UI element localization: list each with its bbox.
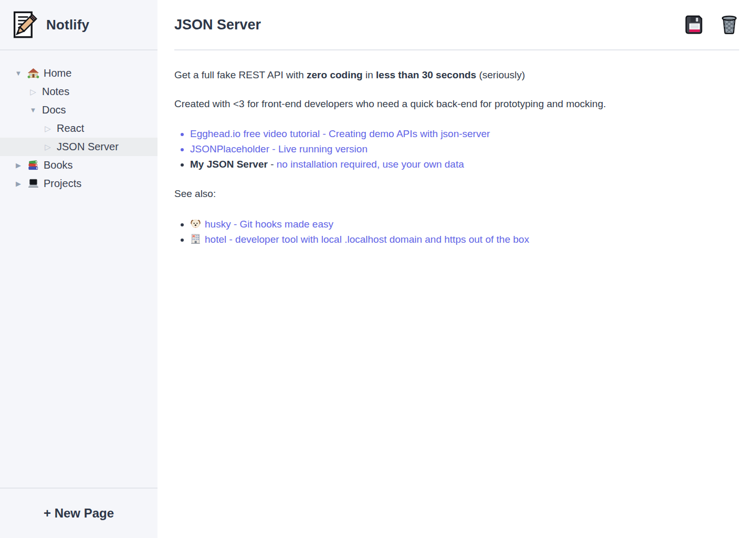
expand-arrow-icon[interactable]: ▷ bbox=[42, 125, 54, 132]
sidebar-item-label: Projects bbox=[44, 178, 81, 190]
sidebar: Notlify ▼ Home ▷ Notes ▼ bbox=[0, 0, 158, 538]
sidebar-item-label: Home bbox=[44, 67, 71, 79]
jsonplaceholder-link[interactable]: JSONPlaceholder - Live running version bbox=[190, 143, 368, 154]
list-item: hotel - developer tool with local .local… bbox=[190, 232, 739, 247]
sidebar-item-label: Notes bbox=[42, 86, 69, 98]
my-json-server-link[interactable]: no installation required, use your own d… bbox=[277, 159, 464, 170]
see-also-list: husky - Git hooks made easy bbox=[174, 216, 739, 247]
list-item: Egghead.io free video tutorial - Creatin… bbox=[190, 126, 739, 141]
floppy-disk-icon bbox=[685, 15, 705, 35]
main-panel: JSON Server bbox=[158, 0, 756, 538]
page-content: Get a full fake REST API with zero codin… bbox=[174, 68, 739, 247]
sidebar-item-label: Docs bbox=[42, 104, 66, 116]
header-actions bbox=[685, 15, 739, 35]
dog-icon bbox=[190, 218, 201, 229]
sidebar-item-react[interactable]: ▷ React bbox=[0, 119, 158, 138]
expand-arrow-icon[interactable]: ▷ bbox=[27, 88, 39, 96]
expand-arrow-icon[interactable]: ▷ bbox=[42, 143, 54, 151]
new-page-button[interactable]: + New Page bbox=[0, 488, 158, 538]
page-title: JSON Server bbox=[174, 17, 261, 33]
expand-arrow-icon[interactable]: ▶ bbox=[13, 162, 24, 169]
sidebar-item-projects[interactable]: ▶ Projects bbox=[0, 174, 158, 193]
sidebar-item-home[interactable]: ▼ Home bbox=[0, 64, 158, 82]
expand-arrow-icon[interactable]: ▼ bbox=[13, 70, 24, 77]
wastebasket-icon bbox=[719, 15, 739, 35]
sidebar-item-notes[interactable]: ▷ Notes bbox=[0, 82, 158, 101]
page-tree: ▼ Home ▷ Notes ▼ Docs bbox=[0, 50, 158, 488]
paragraph-intro: Get a full fake REST API with zero codin… bbox=[174, 68, 739, 82]
sidebar-item-label: React bbox=[57, 122, 84, 134]
delete-button[interactable] bbox=[719, 15, 739, 35]
sidebar-item-label: JSON Server bbox=[57, 141, 119, 153]
paragraph-created-with: Created with <3 for front-end developers… bbox=[174, 97, 739, 111]
app-logo-row: Notlify bbox=[0, 0, 158, 50]
laptop-icon bbox=[27, 178, 39, 190]
expand-arrow-icon[interactable]: ▶ bbox=[13, 180, 24, 187]
hotel-link[interactable]: hotel - developer tool with local .local… bbox=[205, 234, 529, 245]
books-icon bbox=[27, 159, 39, 171]
memo-icon bbox=[12, 11, 40, 39]
husky-link[interactable]: husky - Git hooks made easy bbox=[205, 219, 333, 230]
list-item: JSONPlaceholder - Live running version bbox=[190, 141, 739, 157]
save-button[interactable] bbox=[685, 15, 705, 35]
house-icon bbox=[27, 67, 39, 79]
sidebar-item-books[interactable]: ▶ Books bbox=[0, 156, 158, 174]
expand-arrow-icon[interactable]: ▼ bbox=[27, 107, 39, 113]
sidebar-item-docs[interactable]: ▼ Docs bbox=[0, 101, 158, 119]
page-header: JSON Server bbox=[174, 0, 739, 50]
list-item: husky - Git hooks made easy bbox=[190, 216, 739, 232]
hotel-icon bbox=[190, 233, 201, 244]
egghead-tutorial-link[interactable]: Egghead.io free video tutorial - Creatin… bbox=[190, 128, 490, 139]
sidebar-item-label: Books bbox=[44, 159, 73, 171]
resource-list: Egghead.io free video tutorial - Creatin… bbox=[174, 126, 739, 172]
list-item: My JSON Server - no installation require… bbox=[190, 157, 739, 172]
see-also-heading: See also: bbox=[174, 187, 739, 201]
app-title: Notlify bbox=[46, 17, 89, 33]
sidebar-item-json-server[interactable]: ▷ JSON Server bbox=[0, 138, 158, 156]
